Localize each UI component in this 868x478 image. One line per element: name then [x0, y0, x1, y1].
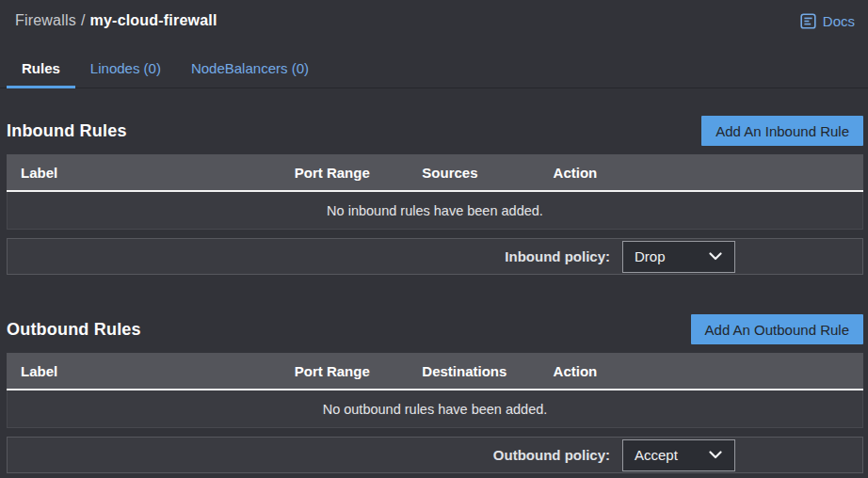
add-inbound-rule-button[interactable]: Add An Inbound Rule: [701, 116, 863, 146]
tab-rules[interactable]: Rules: [7, 52, 75, 88]
docs-link[interactable]: Docs: [800, 13, 855, 29]
inbound-policy-value: Drop: [635, 248, 666, 264]
outbound-empty-message: No outbound rules have been added.: [323, 402, 548, 417]
inbound-rules-title: Inbound Rules: [7, 121, 127, 141]
chevron-down-icon: [709, 451, 722, 459]
outbound-policy-value: Accept: [635, 447, 678, 463]
outbound-policy-label: Outbound policy:: [493, 447, 610, 463]
breadcrumb-current-firewall: my-cloud-firewall: [90, 12, 217, 28]
breadcrumb: Firewalls/my-cloud-firewall: [15, 12, 217, 29]
inbound-empty-message: No inbound rules have been added.: [327, 203, 543, 218]
outbound-section-header: Outbound Rules Add An Outbound Rule: [7, 314, 863, 344]
inbound-table-header: Label Port Range Sources Action: [7, 154, 863, 192]
main-content: Inbound Rules Add An Inbound Rule Label …: [0, 116, 868, 473]
column-header-label: Label: [7, 363, 295, 379]
outbound-empty-row: No outbound rules have been added.: [7, 390, 863, 428]
docs-link-label: Docs: [823, 13, 855, 29]
column-header-action: Action: [554, 363, 863, 379]
inbound-rules-table: Label Port Range Sources Action No inbou…: [7, 154, 863, 230]
tab-nodebalancers[interactable]: NodeBalancers (0): [176, 52, 324, 88]
column-header-label: Label: [7, 165, 295, 181]
column-header-port-range: Port Range: [295, 165, 423, 181]
outbound-rules-title: Outbound Rules: [7, 320, 141, 340]
column-header-action: Action: [554, 165, 863, 181]
outbound-policy-row: Outbound policy: Accept: [7, 437, 863, 473]
inbound-policy-row: Inbound policy: Drop: [7, 238, 863, 275]
breadcrumb-firewalls-link[interactable]: Firewalls: [15, 12, 76, 28]
page-header: Firewalls/my-cloud-firewall Docs: [0, 0, 868, 32]
outbound-policy-select[interactable]: Accept: [622, 439, 735, 471]
chevron-down-icon: [709, 252, 722, 261]
tab-linodes[interactable]: Linodes (0): [75, 52, 176, 88]
column-header-sources: Sources: [422, 165, 553, 181]
inbound-section-header: Inbound Rules Add An Inbound Rule: [7, 116, 863, 146]
inbound-empty-row: No inbound rules have been added.: [7, 192, 863, 230]
document-icon: [800, 13, 816, 29]
breadcrumb-separator: /: [81, 12, 86, 28]
outbound-rules-table: Label Port Range Destinations Action No …: [7, 353, 863, 428]
outbound-table-header: Label Port Range Destinations Action: [7, 353, 863, 390]
inbound-policy-label: Inbound policy:: [505, 248, 610, 264]
add-outbound-rule-button[interactable]: Add An Outbound Rule: [691, 314, 863, 344]
tab-bar: Rules Linodes (0) NodeBalancers (0): [0, 52, 868, 88]
column-header-destinations: Destinations: [422, 363, 553, 379]
column-header-port-range: Port Range: [295, 363, 423, 379]
inbound-policy-select[interactable]: Drop: [622, 241, 735, 273]
